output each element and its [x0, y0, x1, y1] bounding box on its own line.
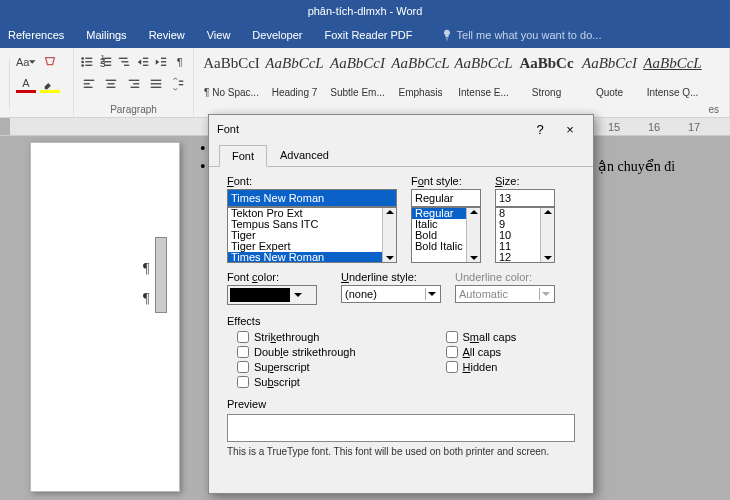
tab-font[interactable]: Font — [219, 145, 267, 167]
scrollbar[interactable] — [540, 208, 554, 262]
tab-foxit[interactable]: Foxit Reader PDF — [325, 29, 413, 41]
svg-rect-15 — [143, 58, 148, 59]
chk-super[interactable]: Superscript — [237, 361, 356, 373]
fontstyle-list[interactable]: Regular Italic Bold Bold Italic — [411, 207, 481, 263]
svg-rect-33 — [179, 81, 183, 82]
bullet-marks: •• — [200, 140, 206, 176]
ribbon-tabs: References Mailings Review View Develope… — [0, 22, 730, 48]
font-label: Font: — [227, 175, 397, 187]
font-list[interactable]: Tekton Pro Ext Tempus Sans ITC Tiger Tig… — [227, 207, 397, 263]
close-button[interactable]: × — [555, 122, 585, 137]
numbering-button[interactable]: 123 — [99, 53, 114, 71]
doc-text-fragment: ận chuyển đi — [598, 158, 675, 175]
increase-indent-button[interactable] — [154, 53, 169, 71]
clear-format-button[interactable] — [40, 53, 60, 71]
svg-point-2 — [82, 61, 85, 64]
chk-dblstrike[interactable]: Double strikethrough — [237, 346, 356, 358]
chk-smallcaps[interactable]: Small caps — [446, 331, 517, 343]
tab-review[interactable]: Review — [149, 29, 185, 41]
lightbulb-icon — [441, 29, 453, 41]
tab-mailings[interactable]: Mailings — [86, 29, 126, 41]
change-case-button[interactable]: Aa — [16, 53, 36, 71]
fontstyle-label: Font style: — [411, 175, 481, 187]
style-emphasis[interactable]: AaBbCcLEmphasis — [389, 51, 452, 104]
svg-text:3: 3 — [100, 58, 105, 69]
style-strong[interactable]: AaBbCcStrong — [515, 51, 578, 104]
underlinestyle-label: Underline style: — [341, 271, 441, 283]
fontstyle-input[interactable]: Regular — [411, 189, 481, 207]
page[interactable]: ¶ ¶ — [30, 142, 180, 492]
svg-rect-3 — [86, 61, 93, 62]
align-left-button[interactable] — [80, 75, 98, 93]
dialog-titlebar[interactable]: Font ? × — [209, 115, 593, 143]
help-button[interactable]: ? — [525, 122, 555, 137]
font-color-button[interactable]: A — [16, 75, 36, 93]
tell-me[interactable]: Tell me what you want to do... — [441, 29, 602, 41]
svg-rect-9 — [104, 61, 111, 62]
group-styles: AaBbCcI¶ No Spac... AaBbCcLHeading 7 AaB… — [194, 48, 730, 117]
chk-sub[interactable]: Subscript — [237, 376, 356, 388]
highlight-button[interactable] — [40, 75, 60, 93]
multilevel-button[interactable] — [117, 53, 132, 71]
chk-allcaps[interactable]: All caps — [446, 346, 517, 358]
preview-label: Preview — [227, 398, 575, 410]
style-heading7[interactable]: AaBbCcLHeading 7 — [263, 51, 326, 104]
decrease-indent-button[interactable] — [136, 53, 151, 71]
svg-point-0 — [82, 57, 85, 60]
svg-rect-22 — [84, 83, 90, 84]
svg-rect-17 — [143, 65, 148, 66]
svg-rect-20 — [161, 65, 166, 66]
svg-rect-29 — [130, 87, 139, 88]
ribbon-cutoff-left — [0, 59, 10, 109]
svg-rect-23 — [84, 87, 93, 88]
justify-button[interactable] — [147, 75, 165, 93]
svg-rect-13 — [122, 61, 129, 62]
dialog-tabs: Font Advanced — [209, 143, 593, 167]
align-right-button[interactable] — [124, 75, 142, 93]
svg-rect-19 — [161, 61, 166, 62]
svg-rect-12 — [119, 58, 128, 59]
svg-rect-7 — [104, 58, 111, 59]
scrollbar[interactable] — [382, 208, 396, 262]
tab-advanced[interactable]: Advanced — [267, 144, 342, 166]
underlinestyle-select[interactable]: (none) — [341, 285, 441, 303]
pilcrow-icon: ¶ — [143, 261, 149, 277]
style-quote[interactable]: AaBbCcIQuote — [578, 51, 641, 104]
show-marks-button[interactable]: ¶ — [173, 53, 188, 71]
svg-rect-24 — [106, 80, 117, 81]
style-intense-em[interactable]: AaBbCcLIntense E... — [452, 51, 515, 104]
chk-strike[interactable]: Strikethrough — [237, 331, 356, 343]
font-input[interactable]: Times New Roman — [227, 189, 397, 207]
selection-marker — [155, 237, 167, 313]
underlinecolor-select: Automatic — [455, 285, 555, 303]
svg-rect-5 — [86, 65, 93, 66]
line-spacing-button[interactable] — [169, 75, 187, 93]
effects-label: Effects — [227, 315, 575, 327]
style-intense-q[interactable]: AaBbCcLIntense Q... — [641, 51, 704, 104]
style-no-spacing[interactable]: AaBbCcI¶ No Spac... — [200, 51, 263, 104]
scrollbar[interactable] — [466, 208, 480, 262]
align-center-button[interactable] — [102, 75, 120, 93]
chk-hidden[interactable]: Hidden — [446, 361, 517, 373]
size-input[interactable]: 13 — [495, 189, 555, 207]
dialog-title: Font — [217, 123, 525, 135]
tab-references[interactable]: References — [8, 29, 64, 41]
size-list[interactable]: 8 9 10 11 12 — [495, 207, 555, 263]
title-bar: phân-tích-dlmxh - Word — [0, 0, 730, 22]
size-label: Size: — [495, 175, 555, 187]
bullets-button[interactable] — [80, 53, 95, 71]
tab-developer[interactable]: Developer — [252, 29, 302, 41]
tab-view[interactable]: View — [207, 29, 231, 41]
group-font-partial: Aa A — [10, 48, 74, 117]
document-title: phân-tích-dlmxh - Word — [308, 5, 423, 17]
svg-rect-34 — [179, 84, 183, 85]
svg-rect-25 — [108, 83, 115, 84]
pilcrow-icon: ¶ — [143, 291, 149, 307]
style-subtle-em[interactable]: AaBbCcISubtle Em... — [326, 51, 389, 104]
preview-box — [227, 414, 575, 442]
svg-rect-31 — [150, 83, 161, 84]
paragraph-label: Paragraph — [80, 104, 187, 117]
fontcolor-select[interactable] — [227, 285, 317, 305]
font-dialog: Font ? × Font Advanced Font: Times New R… — [208, 114, 594, 494]
svg-rect-16 — [143, 61, 148, 62]
